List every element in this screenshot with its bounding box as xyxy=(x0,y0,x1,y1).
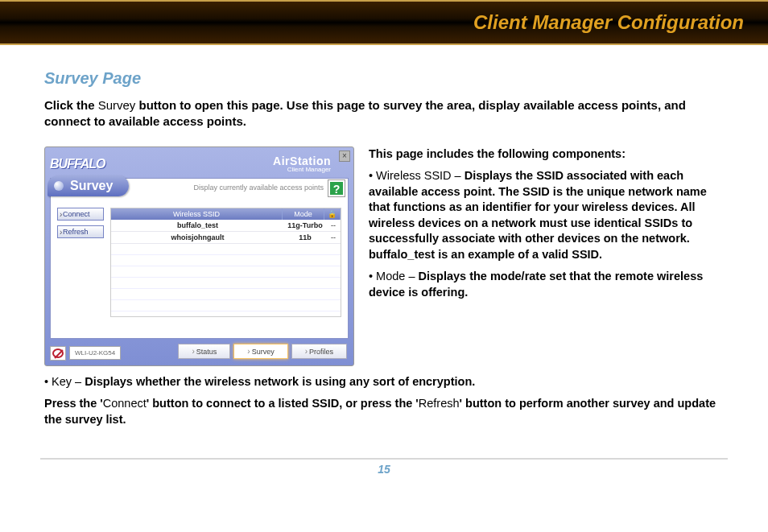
col-ssid[interactable]: Wireless SSID xyxy=(111,208,283,220)
mode-label: • Mode – xyxy=(369,270,419,282)
press-pre: Press the ' xyxy=(44,397,103,410)
intro-paragraph: Click the Survey button to open this pag… xyxy=(44,97,724,130)
app-window: × BUFFALO AirStation Client Manager Surv… xyxy=(44,146,354,366)
footer-divider xyxy=(40,458,728,460)
table-header: Wireless SSID Mode 🔒 xyxy=(111,208,341,220)
intro-post: button to open this page. Use this page … xyxy=(44,98,686,128)
press-mid: ' button to connect to a listed SSID, or… xyxy=(147,397,419,410)
key-note: • Key – Displays whether the wireless ne… xyxy=(44,374,724,390)
tab-survey[interactable]: Survey xyxy=(233,344,287,359)
empty-rows xyxy=(111,244,341,316)
col-mode[interactable]: Mode xyxy=(283,208,324,220)
table-row[interactable]: buffalo_test 11g-Turbo -- xyxy=(111,220,341,232)
white-panel: Survey Display currently available acces… xyxy=(50,178,349,339)
mode-note: • Mode – Displays the mode/rate set that… xyxy=(369,269,724,300)
row-mode: 11g-Turbo xyxy=(284,220,326,231)
key-body: Displays whether the wireless network is… xyxy=(85,375,475,388)
refresh-button[interactable]: Refresh xyxy=(57,225,104,238)
section-title: Survey Page xyxy=(44,69,724,88)
side-buttons: Connect Refresh xyxy=(57,208,104,317)
content-area: Survey Page Click the Survey button to o… xyxy=(0,45,768,442)
press-connect: Connect xyxy=(103,397,147,410)
brand-logo: BUFFALO xyxy=(50,157,105,171)
row-key: -- xyxy=(326,220,341,231)
page-number: 15 xyxy=(0,463,768,476)
right-column: This page includes the following compone… xyxy=(369,146,724,307)
intro-pre: Click the xyxy=(44,98,98,112)
table-row[interactable]: whoisjohngault 11b -- xyxy=(111,232,341,244)
app-screenshot: × BUFFALO AirStation Client Manager Surv… xyxy=(44,146,354,366)
row-ssid: buffalo_test xyxy=(111,220,284,231)
panel-hint: Display currently available access point… xyxy=(193,184,324,192)
row-mode: 11b xyxy=(284,232,326,243)
ssid-body: Displays the SSID associated with each a… xyxy=(369,169,707,261)
no-signal-icon xyxy=(50,346,66,361)
app-titlebar: BUFFALO AirStation Client Manager xyxy=(45,147,353,178)
intro-survey-label: Survey xyxy=(98,98,136,112)
ssid-label: • Wireless SSID – xyxy=(369,169,465,182)
press-note: Press the 'Connect' button to connect to… xyxy=(44,396,724,427)
top-header-bar: Client Manager Configuration xyxy=(0,0,768,45)
device-id: WLI-U2-KG54 xyxy=(69,346,121,360)
tab-status[interactable]: Status xyxy=(178,344,230,359)
after-paragraphs: • Key – Displays whether the wireless ne… xyxy=(44,374,724,428)
ssid-note: • Wireless SSID – Displays the SSID asso… xyxy=(369,168,724,262)
press-refresh: Refresh xyxy=(419,397,460,410)
mode-body: Displays the mode/rate set that the remo… xyxy=(369,270,703,299)
help-icon[interactable]: ? xyxy=(328,180,345,196)
page-header-title: Client Manager Configuration xyxy=(473,11,744,34)
brand-clientmanager: Client Manager xyxy=(287,166,331,173)
components-intro: This page includes the following compone… xyxy=(369,146,724,163)
survey-tab-lozenge: Survey xyxy=(47,175,129,196)
connect-button[interactable]: Connect xyxy=(57,208,104,221)
brand-airstation: AirStation xyxy=(273,155,331,167)
row-key: -- xyxy=(326,232,341,243)
row-ssid: whoisjohngault xyxy=(111,232,284,243)
close-icon[interactable]: × xyxy=(339,151,350,162)
key-label: • Key – xyxy=(44,375,85,388)
brand-subline: AirStation Client Manager xyxy=(273,155,349,173)
status-strip: WLI-U2-KG54 xyxy=(50,346,121,361)
ap-table: Wireless SSID Mode 🔒 buffalo_test 11g-Tu… xyxy=(110,208,341,317)
tab-profiles[interactable]: Profiles xyxy=(291,344,347,359)
col-key[interactable]: 🔒 xyxy=(324,208,341,220)
